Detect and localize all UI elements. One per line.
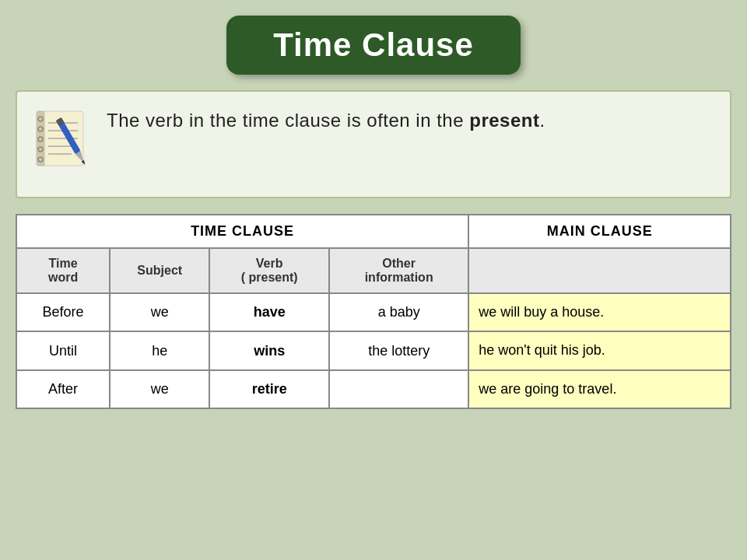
info-text-end: . xyxy=(539,110,545,131)
table-row: Until he wins the lottery he won't quit … xyxy=(16,331,731,369)
row2-subject: he xyxy=(110,331,209,369)
main-clause-subheader xyxy=(468,248,731,293)
other-info-subheader: Otherinformation xyxy=(329,248,468,293)
row1-other-info: a baby xyxy=(329,293,468,331)
subject-subheader: Subject xyxy=(110,248,209,293)
row1-subject: we xyxy=(110,293,209,331)
time-word-subheader: Timeword xyxy=(16,248,110,293)
row3-verb: retire xyxy=(209,370,329,408)
row2-other-info: the lottery xyxy=(329,331,468,369)
page-title: Time Clause xyxy=(273,26,474,63)
time-clause-table: TIME CLAUSE MAIN CLAUSE Timeword Subject… xyxy=(16,214,731,409)
main-clause-header: MAIN CLAUSE xyxy=(468,215,731,248)
table-row: Before we have a baby we will buy a hous… xyxy=(16,293,731,331)
row2-verb: wins xyxy=(209,331,329,369)
table-container: TIME CLAUSE MAIN CLAUSE Timeword Subject… xyxy=(16,214,731,409)
row3-other-info xyxy=(329,370,468,408)
title-container: Time Clause xyxy=(226,16,521,75)
info-description: The verb in the time clause is often in … xyxy=(107,107,545,134)
info-text-part1: The verb in the time clause is often in … xyxy=(107,110,469,131)
table-sub-header-row: Timeword Subject Verb( present) Otherinf… xyxy=(16,248,731,293)
time-clause-header: TIME CLAUSE xyxy=(16,215,468,248)
info-box: The verb in the time clause is often in … xyxy=(16,90,731,198)
row2-main-clause: he won't quit his job. xyxy=(468,331,731,369)
table-header-row: TIME CLAUSE MAIN CLAUSE xyxy=(16,215,731,248)
info-text-bold: present xyxy=(469,110,539,131)
row2-time-word: Until xyxy=(16,331,110,369)
table-row: After we retire we are going to travel. xyxy=(16,370,731,408)
row3-subject: we xyxy=(110,370,209,408)
row1-main-clause: we will buy a house. xyxy=(468,293,731,331)
row3-time-word: After xyxy=(16,370,110,408)
notebook-icon xyxy=(33,107,91,181)
verb-subheader: Verb( present) xyxy=(209,248,329,293)
row1-time-word: Before xyxy=(16,293,110,331)
row1-verb: have xyxy=(209,293,329,331)
row3-main-clause: we are going to travel. xyxy=(468,370,731,408)
